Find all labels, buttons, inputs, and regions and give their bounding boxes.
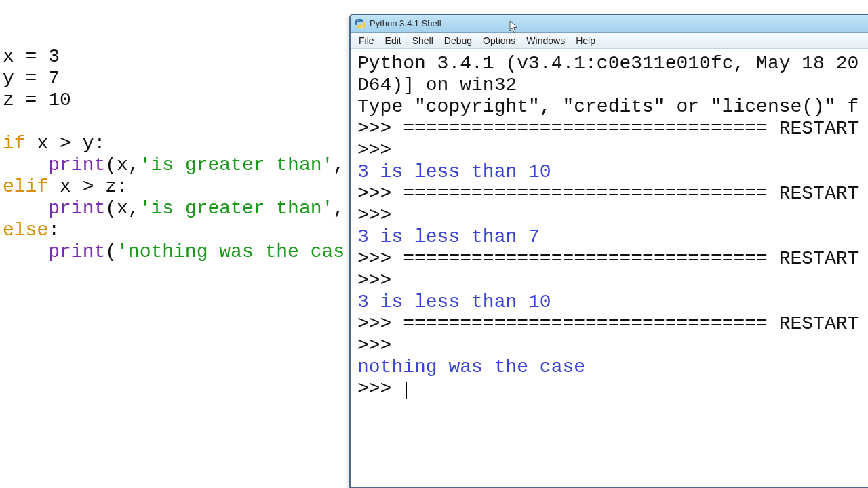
restart-divider: ================================ RESTART [403,313,859,334]
token-name: z [94,176,117,197]
editor-line: print(x,'is greater than', [3,155,353,176]
shell-prompt: >>> [357,313,403,334]
restart-divider: ================================ RESTART [403,118,859,139]
svg-point-0 [357,20,359,21]
token-kw: if [3,133,26,154]
token-punc [3,241,48,262]
shell-output: nothing was the case [357,357,585,378]
shell-line: >>> [357,378,863,400]
token-name: y [71,133,94,154]
editor-line: elif x > z: [3,176,353,198]
token-punc: ( [105,155,117,176]
token-func: print [48,155,105,176]
shell-body[interactable]: Python 3.4.1 (v3.4.1:c0e311e010fc, May 1… [351,49,868,487]
menubar: FileEditShellDebugOptionsWindowsHelp [351,33,868,49]
token-op: = [14,46,48,67]
token-op: > [83,176,94,197]
shell-prompt: >>> [357,118,403,139]
shell-output: 3 is less than 10 [357,291,551,312]
shell-line: >>> [357,205,863,226]
editor-line: if x > y: [3,133,353,155]
token-str: 'is greater than' [140,155,334,176]
shell-output: 3 is less than 10 [357,161,551,182]
editor-line: else: [3,220,353,241]
token-str: 'is greater than' [140,198,334,219]
token-kw: elif [3,176,48,197]
token-punc: , [333,198,344,219]
token-str: 'nothing was the cas [117,241,344,262]
menu-options[interactable]: Options [477,34,521,47]
menu-file[interactable]: File [353,34,380,47]
shell-line: >>> ================================ RES… [357,313,863,335]
shell-prompt: >>> [357,140,403,161]
shell-line: 3 is less than 10 [357,161,863,183]
token-name: x [117,198,128,219]
editor-line [3,111,353,133]
token-punc [3,155,48,176]
editor-line: print(x,'is greater than', [3,198,353,220]
shell-line: >>> [357,140,863,161]
editor-line: x = 3 [3,46,353,68]
token-kw: else [3,220,48,241]
shell-window: Python 3.4.1 Shell FileEditShellDebugOpt… [349,14,868,488]
token-punc: ( [105,198,117,219]
restart-divider: ================================ RESTART [403,183,859,204]
token-name: x [117,155,128,176]
token-punc: : [94,133,105,154]
token-name: x [3,46,14,67]
token-punc: : [117,176,128,197]
menu-shell[interactable]: Shell [407,34,439,47]
menu-windows[interactable]: Windows [521,34,570,47]
shell-line: >>> [357,270,863,291]
token-punc [3,198,48,219]
token-name: z [3,89,14,110]
text-cursor [406,382,407,399]
shell-banner-line: Type "copyright", "credits" or "license(… [357,96,863,118]
shell-prompt[interactable]: >>> [357,378,403,399]
token-name: x [26,133,60,154]
token-op: = [14,89,48,110]
restart-divider: ================================ RESTART [403,248,859,269]
editor-content[interactable]: x = 3y = 7z = 10 if x > y: print(x,'is g… [3,46,353,263]
token-punc: : [48,220,60,241]
shell-prompt: >>> [357,335,403,356]
token-num: 3 [48,46,60,67]
shell-line: >>> ================================ RES… [357,183,863,205]
token-op: > [60,133,71,154]
editor-line: print('nothing was the cas [3,241,353,263]
token-op: = [14,68,48,89]
token-punc: , [333,155,344,176]
token-punc: ( [105,241,117,262]
svg-point-1 [361,26,363,28]
token-name: x [48,176,82,197]
token-func: print [48,241,105,262]
shell-prompt: >>> [357,270,403,291]
editor-line: y = 7 [3,68,353,89]
shell-line: >>> ================================ RES… [357,118,863,140]
shell-prompt: >>> [357,248,403,269]
editor-pane[interactable]: x = 3y = 7z = 10 if x > y: print(x,'is g… [0,0,353,488]
token-num: 10 [48,89,71,110]
editor-line: z = 10 [3,89,353,111]
python-icon [355,18,366,29]
menu-edit[interactable]: Edit [380,34,407,47]
shell-banner-line: Python 3.4.1 (v3.4.1:c0e311e010fc, May 1… [357,53,863,75]
menu-help[interactable]: Help [570,34,601,47]
shell-line: >>> ================================ RES… [357,248,863,270]
window-title: Python 3.4.1 Shell [370,18,441,28]
shell-output: 3 is less than 7 [357,226,540,247]
token-func: print [48,198,105,219]
token-punc: , [128,155,140,176]
shell-prompt: >>> [357,183,403,204]
shell-banner-line: D64)] on win32 [357,75,863,96]
shell-line: 3 is less than 10 [357,291,863,313]
token-num: 7 [48,68,60,89]
shell-line: nothing was the case [357,357,863,378]
titlebar[interactable]: Python 3.4.1 Shell [351,15,868,33]
token-name: y [3,68,14,89]
menu-debug[interactable]: Debug [439,34,477,47]
shell-line: 3 is less than 7 [357,226,863,248]
token-punc: , [128,198,140,219]
shell-line: >>> [357,335,863,357]
shell-prompt: >>> [357,205,403,226]
